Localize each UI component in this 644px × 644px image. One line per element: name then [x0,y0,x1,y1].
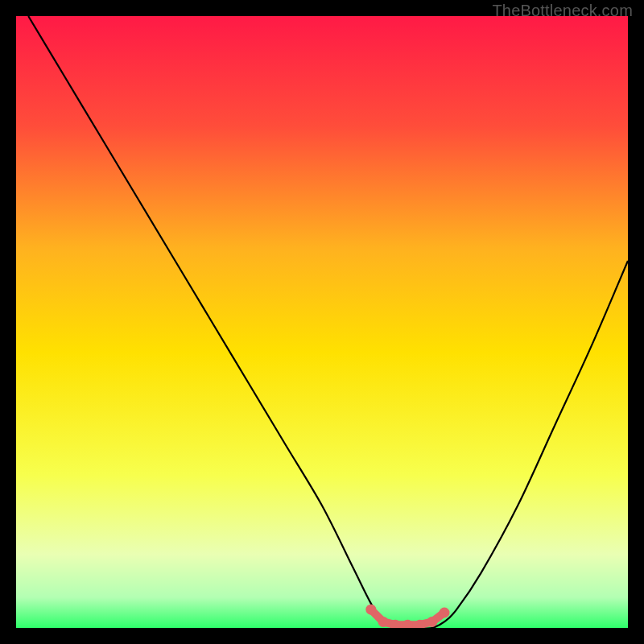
plot-area [16,16,628,628]
optimal-marker [365,605,376,615]
optimal-range-markers [16,16,628,628]
optimal-marker [440,608,450,618]
watermark-text: TheBottleneck.com [492,2,633,20]
optimal-marker [378,617,389,627]
optimal-marker [427,617,437,627]
